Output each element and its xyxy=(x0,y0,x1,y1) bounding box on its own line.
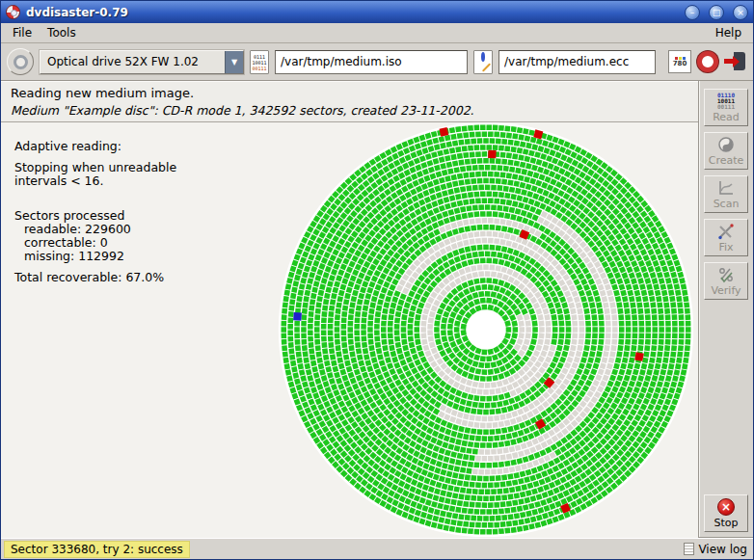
verify-label: Verify xyxy=(711,284,741,297)
stop-button[interactable]: × Stop xyxy=(704,494,748,532)
titlebar: dvdisaster-0.79 – □ × xyxy=(1,1,753,23)
status-headline: Reading new medium image. xyxy=(11,86,688,100)
verify-icon xyxy=(717,266,735,283)
read-icon: 01110 10011 00111 xyxy=(717,93,735,110)
content-row: Reading new medium image. Medium "Exampl… xyxy=(1,81,753,538)
exit-arrow-icon xyxy=(724,59,733,64)
left-column: Reading new medium image. Medium "Exampl… xyxy=(1,81,698,538)
info-panel: Adaptive reading: Stopping when unreadab… xyxy=(14,140,176,284)
ecc-file-input[interactable] xyxy=(498,50,656,74)
correctable-count: correctable: 0 xyxy=(14,236,176,250)
disc-spiral-canvas xyxy=(276,122,696,537)
statusbar: Sector 333680, try 2: success View log xyxy=(1,538,753,559)
drive-select[interactable]: Optical drive 52X FW 1.02 ▼ xyxy=(40,50,244,74)
menu-file[interactable]: File xyxy=(5,24,40,41)
preferences-button[interactable]: 780 xyxy=(668,50,691,73)
create-button[interactable]: Create xyxy=(704,132,748,170)
fix-button[interactable]: Fix xyxy=(704,219,748,256)
medium-info: Medium "Example disc": CD-R mode 1, 3425… xyxy=(11,103,688,118)
window-title: dvdisaster-0.79 xyxy=(26,6,676,19)
log-icon xyxy=(684,543,694,555)
scan-button[interactable]: Scan xyxy=(704,175,748,213)
help-button[interactable] xyxy=(697,51,718,72)
quit-button[interactable] xyxy=(724,50,747,73)
menu-help[interactable]: Help xyxy=(708,24,749,41)
menu-tools[interactable]: Tools xyxy=(40,24,84,41)
stop-condition-line2: intervals < 16. xyxy=(14,174,176,188)
disc-icon xyxy=(13,55,28,69)
stop-condition-line1: Stopping when unreadable xyxy=(14,161,176,174)
drive-select-value: Optical drive 52X FW 1.02 xyxy=(40,51,225,73)
create-icon xyxy=(717,136,735,153)
stop-icon: × xyxy=(717,498,735,516)
drive-eject-button[interactable] xyxy=(7,48,34,75)
app-icon xyxy=(6,5,20,19)
minimize-button[interactable]: – xyxy=(685,5,700,20)
total-recoverable: Total recoverable: 67.0% xyxy=(14,271,176,284)
read-label: Read xyxy=(713,111,740,123)
readable-count: readable: 229600 xyxy=(14,223,176,236)
view-log-label: View log xyxy=(698,543,747,556)
preferences-icon-text: 780 xyxy=(673,61,687,67)
image-file-input[interactable] xyxy=(275,50,468,74)
app-window: dvdisaster-0.79 – □ × File Tools Help Op… xyxy=(0,0,754,560)
menubar: File Tools Help xyxy=(1,23,753,43)
binary-row: 00111 xyxy=(251,66,268,71)
missing-count: missing: 112992 xyxy=(14,250,176,263)
view-log-button[interactable]: View log xyxy=(684,543,747,556)
maximize-button[interactable]: □ xyxy=(709,5,724,20)
binary-row: 10011 xyxy=(251,60,268,66)
sectors-heading: Sectors processed xyxy=(14,209,176,223)
read-button[interactable]: 01110 10011 00111 Read xyxy=(704,89,748,126)
fix-icon xyxy=(717,223,735,240)
chevron-down-icon: ▼ xyxy=(225,51,243,73)
toolbar: Optical drive 52X FW 1.02 ▼ 0111 10011 0… xyxy=(1,43,753,81)
status-panel: Reading new medium image. Medium "Exampl… xyxy=(1,81,698,122)
ecc-file-icon xyxy=(473,50,493,74)
cd-icon xyxy=(481,52,485,62)
scan-icon xyxy=(717,179,735,197)
status-message: Sector 333680, try 2: success xyxy=(4,541,190,558)
stop-label: Stop xyxy=(714,517,738,529)
fix-label: Fix xyxy=(718,241,733,253)
scan-label: Scan xyxy=(714,198,740,210)
adaptive-reading-heading: Adaptive reading: xyxy=(14,140,176,153)
create-label: Create xyxy=(709,154,744,167)
verify-button[interactable]: Verify xyxy=(704,262,748,300)
sidebar: 01110 10011 00111 Read Create Scan xyxy=(698,81,753,538)
pencil-icon xyxy=(482,63,491,71)
reading-area: Adaptive reading: Stopping when unreadab… xyxy=(1,122,698,538)
image-file-icon: 0111 10011 00111 xyxy=(250,50,269,74)
close-button[interactable]: × xyxy=(733,5,748,20)
